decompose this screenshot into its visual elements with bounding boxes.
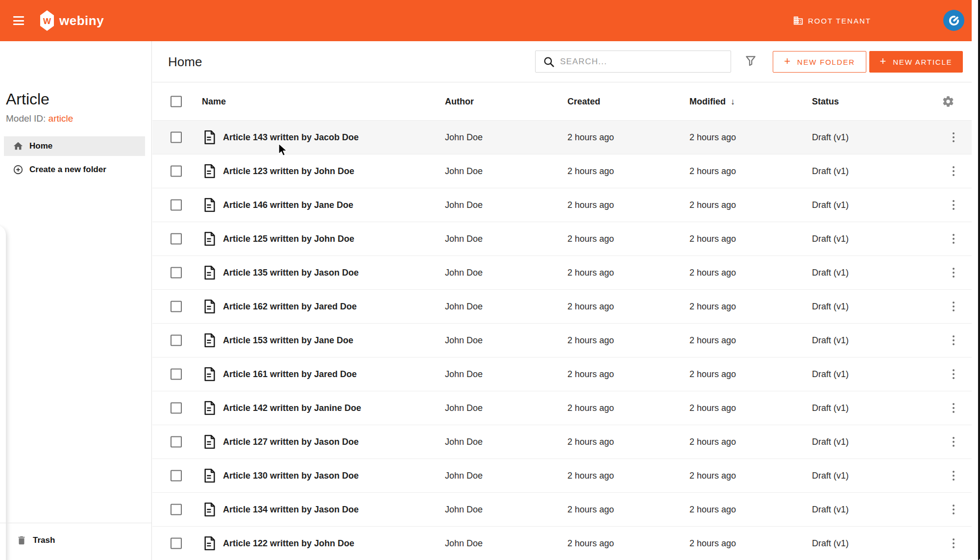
row-author: John Doe: [445, 268, 483, 278]
row-name[interactable]: Article 125 written by John Doe: [223, 234, 354, 244]
row-name[interactable]: Article 135 written by Jason Doe: [223, 268, 359, 278]
document-icon: [203, 401, 216, 415]
drawer-shadow: [0, 225, 6, 560]
row-actions-menu[interactable]: [949, 469, 958, 483]
row-checkbox[interactable]: [171, 504, 182, 515]
row-modified: 2 hours ago: [689, 200, 736, 210]
row-name[interactable]: Article 162 written by Jared Doe: [223, 302, 357, 312]
row-modified: 2 hours ago: [689, 302, 736, 312]
row-checkbox[interactable]: [171, 436, 182, 448]
row-checkbox[interactable]: [171, 538, 182, 549]
row-checkbox[interactable]: [171, 301, 182, 312]
row-name[interactable]: Article 153 written by Jane Doe: [223, 335, 353, 346]
row-actions-menu[interactable]: [949, 130, 958, 144]
select-all-checkbox[interactable]: [171, 96, 182, 107]
row-author: John Doe: [445, 369, 483, 380]
row-name[interactable]: Article 143 written by Jacob Doe: [223, 132, 359, 143]
row-actions-menu[interactable]: [949, 164, 958, 178]
row-created: 2 hours ago: [567, 369, 614, 380]
table-row[interactable]: Article 162 written by Jared Doe John Do…: [152, 290, 972, 324]
row-actions-menu[interactable]: [949, 367, 958, 381]
new-article-button[interactable]: + NEW ARTICLE: [869, 51, 963, 73]
row-name[interactable]: Article 130 written by Jason Doe: [223, 471, 359, 481]
document-icon: [203, 503, 216, 517]
row-actions-menu[interactable]: [949, 503, 958, 516]
row-checkbox[interactable]: [171, 267, 182, 279]
row-name[interactable]: Article 127 written by Jason Doe: [223, 437, 359, 447]
table-row[interactable]: Article 142 written by Janine Doe John D…: [152, 391, 972, 425]
scrollbar-track[interactable]: [972, 0, 978, 560]
row-name[interactable]: Article 161 written by Jared Doe: [223, 369, 357, 380]
row-created: 2 hours ago: [567, 268, 614, 278]
row-author: John Doe: [445, 471, 483, 481]
table-row[interactable]: Article 122 written by John Doe John Doe…: [152, 527, 972, 560]
document-icon: [203, 300, 216, 314]
column-header-status[interactable]: Status: [812, 96, 839, 106]
column-settings-button[interactable]: [942, 95, 955, 108]
row-checkbox[interactable]: [171, 200, 182, 211]
tenant-label: ROOT TENANT: [808, 17, 871, 25]
row-checkbox[interactable]: [171, 166, 182, 177]
row-created: 2 hours ago: [567, 437, 614, 447]
row-actions-menu[interactable]: [949, 401, 958, 415]
row-created: 2 hours ago: [567, 538, 614, 549]
table-row[interactable]: Article 135 written by Jason Doe John Do…: [152, 256, 972, 290]
row-created: 2 hours ago: [567, 335, 614, 346]
table-row[interactable]: Article 161 written by Jared Doe John Do…: [152, 357, 972, 391]
table-row[interactable]: Article 127 written by Jason Doe John Do…: [152, 425, 972, 459]
column-header-modified[interactable]: Modified↓: [689, 96, 735, 106]
row-checkbox[interactable]: [171, 470, 182, 482]
row-checkbox[interactable]: [171, 403, 182, 414]
document-icon: [203, 435, 216, 449]
row-author: John Doe: [445, 132, 483, 143]
row-status: Draft (v1): [812, 302, 849, 312]
row-created: 2 hours ago: [567, 505, 614, 515]
row-actions-menu[interactable]: [949, 536, 958, 550]
row-created: 2 hours ago: [567, 302, 614, 312]
breadcrumb[interactable]: Home: [168, 54, 202, 69]
table-row[interactable]: Article 134 written by Jason Doe John Do…: [152, 493, 972, 527]
row-checkbox[interactable]: [171, 335, 182, 346]
row-name[interactable]: Article 142 written by Janine Doe: [223, 403, 361, 413]
search-input[interactable]: [560, 51, 727, 72]
row-name[interactable]: Article 123 written by John Doe: [223, 166, 354, 177]
row-actions-menu[interactable]: [949, 232, 958, 246]
filter-button[interactable]: [740, 51, 761, 72]
search-icon: [543, 56, 555, 68]
table-row[interactable]: Article 146 written by Jane Doe John Doe…: [152, 188, 972, 222]
user-avatar[interactable]: [943, 10, 964, 31]
table-row[interactable]: Article 143 written by Jacob Doe John Do…: [152, 121, 972, 154]
gear-icon: [942, 95, 955, 108]
row-actions-menu[interactable]: [949, 435, 958, 449]
sidebar-item-trash[interactable]: Trash: [4, 531, 145, 550]
column-header-name[interactable]: Name: [202, 96, 226, 106]
table-row[interactable]: Article 153 written by Jane Doe John Doe…: [152, 324, 972, 357]
column-header-created[interactable]: Created: [567, 96, 600, 106]
document-icon: [203, 333, 216, 348]
table-row[interactable]: Article 130 written by Jason Doe John Do…: [152, 459, 972, 493]
row-author: John Doe: [445, 335, 483, 346]
table-row[interactable]: Article 123 written by John Doe John Doe…: [152, 154, 972, 188]
row-name[interactable]: Article 134 written by Jason Doe: [223, 505, 359, 515]
row-actions-menu[interactable]: [949, 300, 958, 313]
sidebar-item-home[interactable]: Home: [4, 136, 145, 156]
row-name[interactable]: Article 122 written by John Doe: [223, 538, 354, 549]
row-actions-menu[interactable]: [949, 333, 958, 347]
row-checkbox[interactable]: [171, 369, 182, 380]
row-name[interactable]: Article 146 written by Jane Doe: [223, 200, 353, 210]
table-row[interactable]: Article 125 written by John Doe John Doe…: [152, 222, 972, 256]
row-actions-menu[interactable]: [949, 266, 958, 280]
app-bar: W webiny ROOT TENANT: [0, 0, 978, 41]
row-author: John Doe: [445, 166, 483, 177]
new-folder-button[interactable]: + NEW FOLDER: [773, 51, 866, 73]
sidebar-item-create-folder[interactable]: Create a new folder: [4, 160, 145, 179]
row-checkbox[interactable]: [171, 233, 182, 245]
search-box: [535, 51, 731, 73]
tenant-selector[interactable]: ROOT TENANT: [793, 0, 871, 41]
row-actions-menu[interactable]: [949, 198, 958, 212]
row-checkbox[interactable]: [171, 132, 182, 143]
webiny-hexagon-icon: W: [40, 10, 54, 31]
column-header-author[interactable]: Author: [445, 96, 474, 106]
row-created: 2 hours ago: [567, 166, 614, 177]
hamburger-menu-icon[interactable]: [13, 16, 25, 25]
